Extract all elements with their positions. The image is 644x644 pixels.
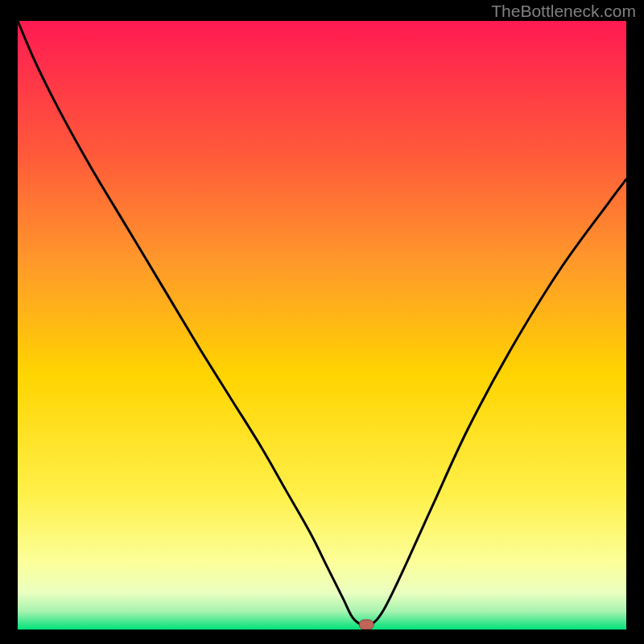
watermark-text: TheBottleneck.com [491, 2, 636, 21]
bottleneck-curve-chart [18, 21, 626, 630]
gradient-background [18, 21, 626, 630]
chart-frame: TheBottleneck.com [0, 0, 644, 644]
plot-area [18, 21, 626, 630]
optimal-point-marker [359, 620, 374, 630]
